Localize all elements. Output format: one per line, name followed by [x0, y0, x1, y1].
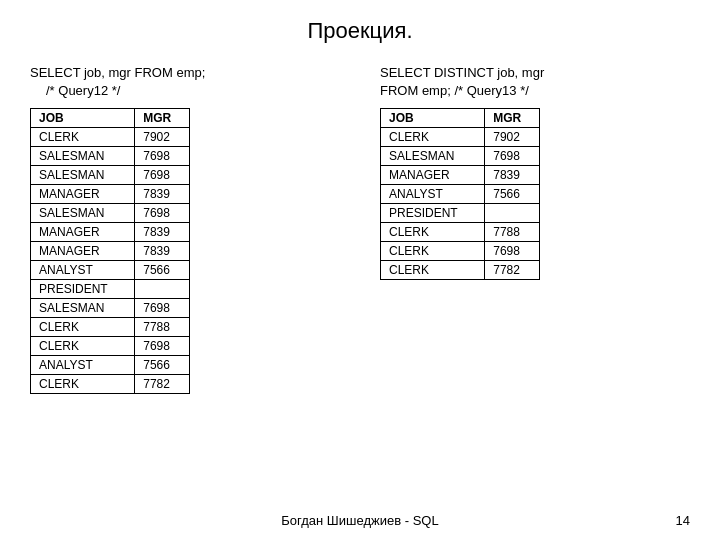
footer-text: Богдан Шишеджиев - SQL [0, 513, 720, 528]
table-row: SALESMAN7698 [31, 299, 190, 318]
table-row: MANAGER7839 [31, 242, 190, 261]
mgr-cell: 7698 [135, 147, 190, 166]
job-cell: MANAGER [381, 166, 485, 185]
left-table: JOB MGR CLERK7902SALESMAN7698SALESMAN769… [30, 108, 190, 394]
table-row: SALESMAN7698 [31, 204, 190, 223]
job-cell: ANALYST [31, 261, 135, 280]
table-row: ANALYST7566 [381, 185, 540, 204]
job-cell: SALESMAN [31, 299, 135, 318]
left-col2-header: MGR [135, 109, 190, 128]
mgr-cell [135, 280, 190, 299]
mgr-cell: 7566 [135, 356, 190, 375]
mgr-cell: 7782 [135, 375, 190, 394]
job-cell: PRESIDENT [31, 280, 135, 299]
table-row: CLERK7782 [381, 261, 540, 280]
table-row: CLERK7698 [381, 242, 540, 261]
mgr-cell: 7698 [135, 337, 190, 356]
right-section: SELECT DISTINCT job, mgr FROM emp; /* Qu… [380, 64, 690, 394]
mgr-cell: 7698 [485, 242, 540, 261]
job-cell: MANAGER [31, 223, 135, 242]
table-row: PRESIDENT [381, 204, 540, 223]
job-cell: CLERK [381, 128, 485, 147]
job-cell: SALESMAN [31, 166, 135, 185]
left-query-label: SELECT job, mgr FROM emp; /* Query12 */ [30, 64, 340, 100]
table-row: MANAGER7839 [31, 185, 190, 204]
mgr-cell: 7839 [485, 166, 540, 185]
job-cell: CLERK [381, 261, 485, 280]
mgr-cell [485, 204, 540, 223]
job-cell: ANALYST [381, 185, 485, 204]
mgr-cell: 7698 [485, 147, 540, 166]
mgr-cell: 7698 [135, 166, 190, 185]
job-cell: MANAGER [31, 242, 135, 261]
right-col2-header: MGR [485, 109, 540, 128]
job-cell: SALESMAN [31, 204, 135, 223]
mgr-cell: 7902 [485, 128, 540, 147]
mgr-cell: 7698 [135, 204, 190, 223]
job-cell: CLERK [31, 337, 135, 356]
footer-page: 14 [676, 513, 690, 528]
page-title: Проекция. [0, 0, 720, 56]
mgr-cell: 7788 [485, 223, 540, 242]
job-cell: CLERK [31, 128, 135, 147]
table-row: MANAGER7839 [381, 166, 540, 185]
mgr-cell: 7698 [135, 299, 190, 318]
table-row: CLERK7788 [381, 223, 540, 242]
left-col1-header: JOB [31, 109, 135, 128]
job-cell: PRESIDENT [381, 204, 485, 223]
mgr-cell: 7839 [135, 223, 190, 242]
job-cell: SALESMAN [381, 147, 485, 166]
mgr-cell: 7839 [135, 242, 190, 261]
mgr-cell: 7902 [135, 128, 190, 147]
job-cell: CLERK [381, 242, 485, 261]
table-row: CLERK7902 [31, 128, 190, 147]
table-row: CLERK7782 [31, 375, 190, 394]
table-row: CLERK7698 [31, 337, 190, 356]
job-cell: CLERK [31, 375, 135, 394]
job-cell: MANAGER [31, 185, 135, 204]
job-cell: ANALYST [31, 356, 135, 375]
table-row: SALESMAN7698 [381, 147, 540, 166]
mgr-cell: 7839 [135, 185, 190, 204]
right-col1-header: JOB [381, 109, 485, 128]
table-row: MANAGER7839 [31, 223, 190, 242]
job-cell: SALESMAN [31, 147, 135, 166]
mgr-cell: 7566 [135, 261, 190, 280]
table-row: ANALYST7566 [31, 356, 190, 375]
job-cell: CLERK [381, 223, 485, 242]
right-query-label: SELECT DISTINCT job, mgr FROM emp; /* Qu… [380, 64, 690, 100]
job-cell: CLERK [31, 318, 135, 337]
table-row: SALESMAN7698 [31, 166, 190, 185]
mgr-cell: 7566 [485, 185, 540, 204]
left-section: SELECT job, mgr FROM emp; /* Query12 */ … [30, 64, 340, 394]
table-row: PRESIDENT [31, 280, 190, 299]
table-row: CLERK7788 [31, 318, 190, 337]
mgr-cell: 7788 [135, 318, 190, 337]
table-row: CLERK7902 [381, 128, 540, 147]
table-row: SALESMAN7698 [31, 147, 190, 166]
right-table: JOB MGR CLERK7902SALESMAN7698MANAGER7839… [380, 108, 540, 280]
mgr-cell: 7782 [485, 261, 540, 280]
table-row: ANALYST7566 [31, 261, 190, 280]
